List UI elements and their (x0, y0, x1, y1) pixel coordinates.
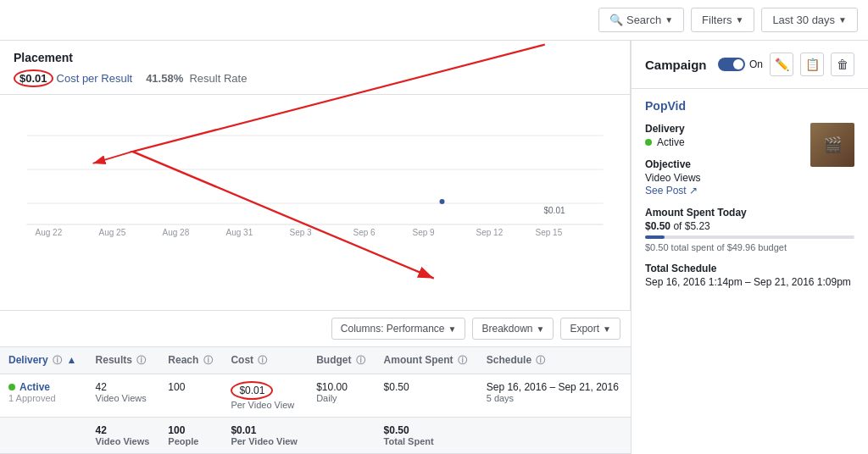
export-chevron-icon: ▼ (603, 324, 611, 334)
amount-spent-sub: $0.50 total spent of $49.96 budget (645, 242, 854, 252)
duplicate-button[interactable]: 📋 (800, 53, 824, 76)
svg-text:Aug 22: Aug 22 (36, 228, 63, 237)
sort-arrow-icon: ▲ (66, 354, 76, 366)
cost-info-icon: ⓘ (258, 355, 267, 365)
delivery-green-dot (645, 139, 652, 146)
progress-bar-fill (645, 235, 665, 239)
schedule-section: Total Schedule Sep 16, 2016 1:14pm – Sep… (645, 263, 854, 288)
delete-button[interactable]: 🗑 (831, 53, 854, 76)
campaign-toggle[interactable]: On (718, 58, 763, 71)
campaign-thumbnail: 🎬 (810, 123, 854, 167)
main-layout: Placement $0.01 Cost per Result 41.58% R… (0, 41, 868, 454)
amount-spent-label: Amount Spent Today (645, 207, 854, 219)
chart-svg: Aug 22 Aug 25 Aug 28 Aug 31 Sep 3 Sep 6 … (14, 102, 616, 237)
col-delivery[interactable]: Delivery ⓘ ▲ (0, 347, 87, 374)
cell-budget: $10.00 Daily (308, 374, 375, 418)
total-label (0, 418, 87, 454)
delivery-row: Active (645, 136, 810, 148)
search-icon: 🔍 (609, 14, 623, 26)
thumbnail-icon: 🎬 (823, 136, 842, 154)
table-row: Active 1 Approved 42 Video Views 100 $0.… (0, 374, 631, 418)
toolbar: 🔍 Search ▼ Filters ▼ Last 30 days ▼ (0, 0, 868, 41)
columns-button[interactable]: Columns: Performance ▼ (331, 318, 466, 340)
budget-value: $10.00 (316, 381, 366, 393)
schedule-info-icon: ⓘ (536, 355, 545, 365)
sidebar-title: Campaign (645, 58, 711, 72)
col-results[interactable]: Results ⓘ (87, 347, 160, 374)
see-post-link[interactable]: See Post ↗ (645, 185, 698, 197)
delivery-info-icon: ⓘ (53, 355, 62, 365)
total-cost: $0.01 Per Video View (222, 418, 308, 454)
amount-info-icon: ⓘ (458, 355, 467, 365)
result-rate-value: 41.58% (146, 72, 183, 85)
left-panel: Placement $0.01 Cost per Result 41.58% R… (0, 41, 631, 454)
total-reach: 100 People (159, 418, 222, 454)
cell-delivery: Active 1 Approved (0, 374, 87, 418)
col-schedule[interactable]: Schedule ⓘ (478, 347, 631, 374)
svg-text:Sep 15: Sep 15 (536, 228, 563, 237)
chart-stats: $0.01 Cost per Result 41.58% Result Rate (14, 69, 616, 87)
amount-spent-section: Amount Spent Today $0.50 of $5.23 $0.50 … (645, 207, 854, 252)
table-total-row: 42 Video Views 100 People $0.01 Per Vide… (0, 418, 631, 454)
toggle-track[interactable] (718, 58, 745, 71)
budget-info-icon: ⓘ (356, 355, 365, 365)
col-budget[interactable]: Budget ⓘ (308, 347, 375, 374)
result-rate-label: Result Rate (189, 72, 247, 85)
search-label: Search (626, 14, 661, 26)
columns-chevron-icon: ▼ (448, 324, 457, 334)
cell-schedule: Sep 16, 2016 – Sep 21, 2016 5 days (478, 374, 631, 418)
filters-label: Filters (702, 14, 732, 26)
schedule-sub: 5 days (487, 393, 622, 403)
total-results-type: Video Views (96, 436, 152, 446)
date-chevron-icon: ▼ (838, 15, 847, 25)
table-header-row: Delivery ⓘ ▲ Results ⓘ Reach ⓘ (0, 347, 631, 374)
campaign-name: PopVid (645, 99, 854, 113)
amount-spent-today: $0.50 of $5.23 (645, 220, 854, 232)
result-rate: 41.58% Result Rate (146, 72, 247, 85)
total-reach-type: People (168, 436, 214, 446)
search-button[interactable]: 🔍 Search ▼ (598, 8, 684, 32)
breakdown-label: Breakdown (481, 323, 532, 335)
cost-type: Per Video View (231, 400, 299, 410)
search-chevron-icon: ▼ (665, 15, 673, 25)
results-value: 42 (96, 381, 152, 393)
col-cost[interactable]: Cost ⓘ (222, 347, 308, 374)
reach-info-icon: ⓘ (203, 355, 213, 365)
approved-text: 1 Approved (8, 393, 79, 403)
breakdown-chevron-icon: ▼ (537, 324, 545, 334)
filters-button[interactable]: Filters ▼ (691, 8, 754, 32)
objective-value: Video Views (645, 172, 854, 184)
delivery-status: Active (8, 381, 79, 393)
col-reach[interactable]: Reach ⓘ (159, 347, 222, 374)
table-area: Columns: Performance ▼ Breakdown ▼ Expor… (0, 310, 631, 454)
svg-text:Aug 28: Aug 28 (163, 228, 190, 237)
total-schedule (478, 418, 631, 454)
schedule-label: Total Schedule (645, 263, 854, 274)
total-amount-spent: $0.50 Total Spent (376, 418, 478, 454)
toggle-thumb (733, 59, 743, 69)
schedule-value: Sep 16, 2016 1:14pm – Sep 21, 2016 1:09p… (645, 276, 854, 288)
export-label: Export (570, 323, 599, 335)
date-range-label: Last 30 days (772, 14, 835, 26)
svg-text:$0.01: $0.01 (544, 206, 565, 215)
total-cost-type: Per Video View (231, 436, 299, 446)
total-cost-value: $0.01 (231, 424, 299, 436)
cell-results: 42 Video Views (87, 374, 160, 418)
svg-text:Sep 3: Sep 3 (290, 228, 313, 237)
sidebar-content: PopVid 🎬 Delivery Active Objective Video… (632, 89, 868, 308)
columns-label: Columns: Performance (341, 323, 445, 335)
col-amount-spent[interactable]: Amount Spent ⓘ (376, 347, 478, 374)
edit-button[interactable]: ✏️ (770, 53, 793, 76)
svg-text:Sep 12: Sep 12 (476, 228, 504, 237)
total-results-value: 42 (96, 424, 152, 436)
cell-reach: 100 (159, 374, 222, 418)
progress-bar-container (645, 235, 854, 239)
export-button[interactable]: Export ▼ (560, 318, 620, 340)
results-info-icon: ⓘ (136, 355, 146, 365)
cell-amount-spent: $0.50 (376, 374, 478, 418)
date-range-button[interactable]: Last 30 days ▼ (761, 8, 858, 32)
filters-chevron-icon: ▼ (735, 15, 743, 25)
breakdown-button[interactable]: Breakdown ▼ (472, 318, 554, 340)
results-type: Video Views (96, 393, 152, 403)
svg-text:Aug 31: Aug 31 (226, 228, 253, 237)
